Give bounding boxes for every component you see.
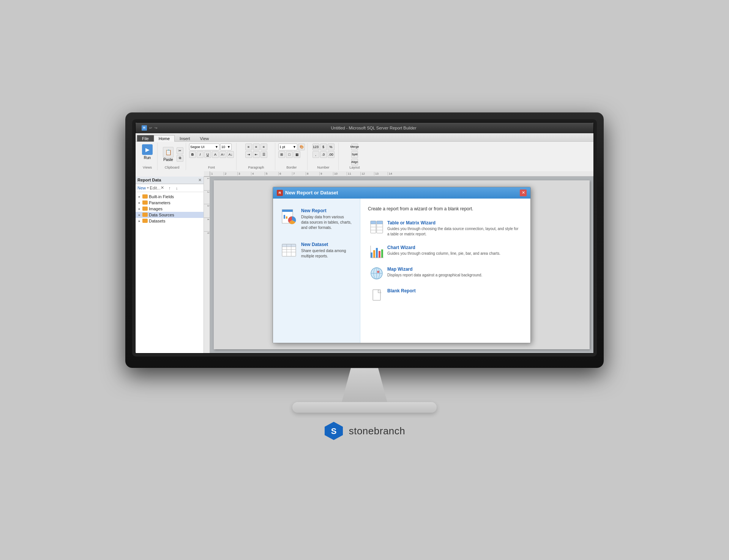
font-controls: Segoe UI▼ 10▼ B I U A A↑ xyxy=(189,144,234,158)
border-all-btn[interactable]: ⊞ xyxy=(278,151,285,158)
border-style-dropdown[interactable]: 1 pt▼ xyxy=(278,144,297,150)
border-color-btn[interactable]: 🎨 xyxy=(298,144,305,150)
cut-button[interactable]: ✂ xyxy=(177,147,183,154)
dialog-overlay: R New Report or Dataset ✕ xyxy=(210,177,593,353)
tree-item-datasets[interactable]: ▸ Datasets xyxy=(136,218,204,224)
border-none-btn[interactable]: □ xyxy=(286,151,293,158)
chart-wizard-text: Chart Wizard Guides you through creating… xyxy=(387,245,500,256)
grow-font-button[interactable]: A↑ xyxy=(219,151,226,158)
copy-button[interactable]: ⧉ xyxy=(177,155,183,162)
tab-file[interactable]: File xyxy=(137,135,154,142)
align-btn[interactable]: Align xyxy=(351,159,358,166)
ruler-horizontal: 1 2 3 4 5 6 7 8 9 10 11 xyxy=(204,171,593,177)
increase-decimal-btn[interactable]: .0 xyxy=(320,151,327,158)
layout-row3: Align xyxy=(351,159,358,166)
number-group-label: Number xyxy=(317,166,329,169)
font-size-dropdown[interactable]: 10▼ xyxy=(220,144,232,150)
shrink-font-button[interactable]: A↓ xyxy=(227,151,234,158)
new-dataset-desc: Share queried data among multiple report… xyxy=(301,248,352,259)
font-row2: B I U A A↑ A↓ xyxy=(189,151,234,158)
tree-label-images: Images xyxy=(149,207,163,211)
border-controls: 1 pt▼ 🎨 ⊞ □ ▦ xyxy=(278,144,305,158)
ruler-mark-8: 8 xyxy=(306,172,319,175)
merge-btn[interactable]: Merge xyxy=(351,144,358,150)
panel-title: Report Data xyxy=(137,178,161,182)
panel-close-button[interactable]: ✕ xyxy=(198,178,202,183)
paragraph-group-label: Paragraph xyxy=(248,166,264,169)
svg-rect-24 xyxy=(376,248,378,258)
svg-rect-1 xyxy=(282,210,293,212)
run-icon: ▶ xyxy=(142,144,153,155)
percent-btn[interactable]: % xyxy=(328,144,335,150)
new-report-title: New Report xyxy=(301,208,352,213)
new-report-option[interactable]: New Report Display data from various dat… xyxy=(279,206,354,232)
ruler-mark-4: 4 xyxy=(251,172,265,175)
ribbon-group-views: ▶ Run Views xyxy=(137,143,158,170)
thousands-btn[interactable]: , xyxy=(312,151,319,158)
tree-item-builtin-fields[interactable]: ▸ Built-in Fields xyxy=(136,194,204,200)
panel-title-bar: Report Data ✕ xyxy=(136,177,204,184)
indent-button[interactable]: ⇥ xyxy=(245,151,252,158)
font-color-button[interactable]: A xyxy=(212,151,219,158)
border-options-btn[interactable]: ▦ xyxy=(293,151,300,158)
decrease-decimal-btn[interactable]: .00 xyxy=(328,151,335,158)
align-center-button[interactable]: ≡ xyxy=(253,144,260,150)
tree-item-data-sources[interactable]: ▸ Data Sources xyxy=(136,212,204,218)
ruler-mark-7: 7 xyxy=(292,172,306,175)
italic-button[interactable]: I xyxy=(197,151,204,158)
tree-item-images[interactable]: ▸ Images xyxy=(136,206,204,212)
ribbon-group-layout: Merge Split Align Layout xyxy=(339,143,370,170)
table-matrix-wizard-text: Table or Matrix Wizard Guides you throug… xyxy=(387,220,521,237)
panel-new-button[interactable]: New xyxy=(137,186,146,190)
ruler-mark-1: 1 xyxy=(210,172,224,175)
map-wizard-desc: Displays report data against a geographi… xyxy=(387,273,482,278)
blank-report-icon xyxy=(370,288,383,302)
bold-button[interactable]: B xyxy=(189,151,196,158)
stonebranch-hex-svg: S xyxy=(324,421,344,441)
new-report-icon xyxy=(281,208,297,225)
paste-button[interactable]: 📋 Paste xyxy=(161,146,176,162)
expand-builtin-icon: ▸ xyxy=(137,195,141,199)
tab-view[interactable]: View xyxy=(195,135,214,142)
blank-report-option[interactable]: Blank Report xyxy=(368,285,523,305)
expand-params-icon: ▸ xyxy=(137,201,141,205)
number-row2: , .0 .00 xyxy=(312,151,335,158)
ruler-vertical: 1 2 3 4 5 xyxy=(204,177,210,353)
dialog-left-panel: New Report Display data from various dat… xyxy=(273,199,360,343)
expand-datasets-icon: ▸ xyxy=(137,219,141,223)
dialog-body: New Report Display data from various dat… xyxy=(273,199,530,343)
table-matrix-wizard-option[interactable]: Table or Matrix Wizard Guides you throug… xyxy=(368,217,523,240)
chart-wizard-option[interactable]: Chart Wizard Guides you through creating… xyxy=(368,242,523,262)
tab-insert[interactable]: Insert xyxy=(175,135,195,142)
ruler-mark-11: 11 xyxy=(347,172,360,175)
tab-home[interactable]: Home xyxy=(154,135,175,142)
dialog-title-text: New Report or Dataset xyxy=(285,190,338,196)
dialog-close-button[interactable]: ✕ xyxy=(520,189,527,196)
align-left-button[interactable]: ≡ xyxy=(245,144,252,150)
ribbon-group-font: Segoe UI▼ 10▼ B I U A A↑ xyxy=(187,143,237,170)
ribbon-group-number: 123 $ % , .0 .00 xyxy=(308,143,339,170)
underline-button[interactable]: U xyxy=(204,151,211,158)
font-family-dropdown[interactable]: Segoe UI▼ xyxy=(189,144,219,150)
tree-item-parameters[interactable]: ▸ Parameters xyxy=(136,200,204,206)
map-wizard-option[interactable]: Map Wizard Displays report data against … xyxy=(368,263,523,283)
run-label: Run xyxy=(144,156,151,160)
currency-btn[interactable]: $ xyxy=(320,144,327,150)
run-button[interactable]: ▶ Run xyxy=(140,144,155,161)
tree-label-datasets: Datasets xyxy=(149,219,165,223)
layout-row2: Split xyxy=(351,151,358,158)
new-dataset-option[interactable]: New Dataset Share queried data among mul… xyxy=(279,240,354,261)
number-format-btn[interactable]: 123 xyxy=(312,144,319,150)
align-right-button[interactable]: ≡ xyxy=(260,144,267,150)
folder-icon-builtin xyxy=(142,194,148,199)
list-button[interactable]: ☰ xyxy=(260,151,267,158)
panel-up-button[interactable]: ↑ xyxy=(167,185,173,191)
panel-edit-button[interactable]: Edit... xyxy=(152,185,158,191)
panel-delete-button[interactable]: ✕ xyxy=(159,185,166,191)
panel-down-button[interactable]: ↓ xyxy=(174,185,180,191)
outdent-button[interactable]: ⇤ xyxy=(253,151,260,158)
views-group-label: Views xyxy=(143,166,152,169)
split-btn[interactable]: Split xyxy=(351,151,358,158)
folder-icon-datasets xyxy=(142,219,148,223)
para-row2: ⇥ ⇤ ☰ xyxy=(245,151,267,158)
